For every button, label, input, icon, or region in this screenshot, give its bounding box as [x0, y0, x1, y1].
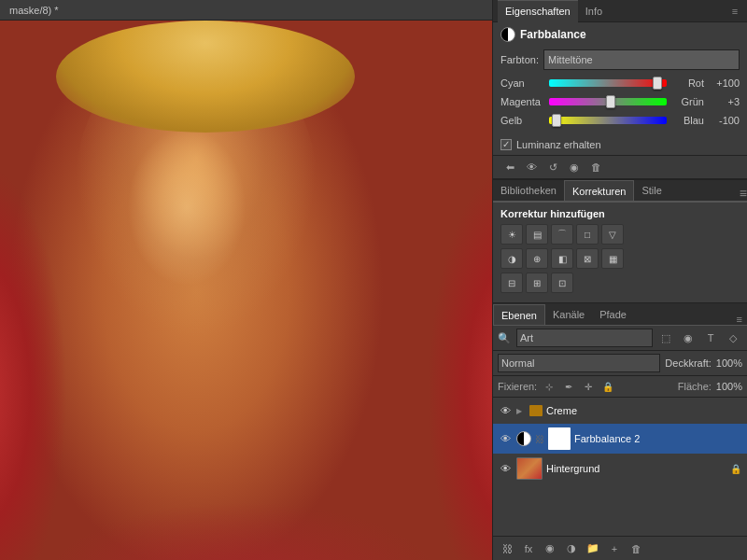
korrektur-icons-row-3: ⊟ ⊞ ⊡ — [500, 273, 740, 293]
korrektur-icons-row-1: ☀ ▤ ⌒ □ ▽ — [500, 224, 740, 245]
canvas-tab[interactable]: maske/8) * — [0, 0, 492, 21]
panel-menu-icon[interactable]: ≡ — [727, 4, 742, 19]
art-icon: 🔍 — [498, 332, 511, 344]
korrektur-btn-curves[interactable]: ⌒ — [551, 224, 573, 245]
blend-mode-select[interactable]: Normal — [498, 354, 660, 372]
new-group-icon[interactable]: ⬚ — [656, 329, 675, 346]
magenta-value: +3 — [704, 96, 740, 107]
korrekturen-section: Korrektur hinzufügen ☀ ▤ ⌒ □ ▽ ◑ ⊕ ◧ ⊠ ▦… — [493, 203, 747, 303]
layer-list: 👁 ▶ Creme 👁 ⛓ Farbbalance 2 👁 — [493, 398, 747, 536]
blau-label: Blau — [670, 115, 704, 126]
korrektur-btn-colorbalance[interactable]: ⊕ — [526, 248, 548, 269]
layer-lock-hintergrund: 🔒 — [729, 462, 742, 475]
gelb-label: Gelb — [500, 115, 545, 126]
ebenen-section: Ebenen Kanäle Pfade ≡ 🔍 Art ⬚ ◉ T ◇ — [493, 303, 747, 560]
fixieren-label: Fixieren: — [498, 381, 537, 392]
fixieren-position-icon[interactable]: ⊹ — [542, 379, 557, 394]
gelb-blau-thumb[interactable] — [552, 114, 561, 127]
korrekturen-panel-menu-icon[interactable]: ≡ — [740, 186, 747, 201]
properties-icon-toolbar: ⬅ 👁 ↺ ◉ 🗑 — [493, 155, 747, 179]
art-select[interactable]: Art — [516, 329, 653, 347]
magenta-gruen-row: Magenta Grün +3 — [500, 95, 740, 108]
fixieren-brush-icon[interactable]: ✒ — [561, 379, 576, 394]
add-mask-bottom-icon[interactable]: ◉ — [541, 540, 559, 557]
farbton-row: Farbton: Mitteltöne Schatten Lichter — [493, 47, 747, 73]
layer-name-hintergrund: Hintergrund — [546, 463, 726, 474]
korrektur-title: Korrektur hinzufügen — [500, 208, 740, 219]
ebenen-panel-menu-icon[interactable]: ≡ — [732, 314, 747, 325]
delete-icon[interactable]: 🗑 — [586, 159, 605, 175]
fixieren-lock-icon[interactable]: 🔒 — [600, 379, 615, 394]
fixieren-move-icon[interactable]: ✛ — [581, 379, 596, 394]
reset-icon[interactable]: ↺ — [543, 159, 562, 175]
magenta-label: Magenta — [500, 96, 545, 107]
layer-eye-hintergrund[interactable]: 👁 — [498, 461, 513, 476]
tab-stile[interactable]: Stile — [634, 180, 669, 201]
layer-chain-farbbalance2[interactable]: ⛓ — [535, 431, 544, 446]
shape-tool-icon[interactable]: ◇ — [724, 329, 742, 346]
flache-label: Fläche: — [678, 381, 712, 392]
layer-eye-creme[interactable]: 👁 — [498, 403, 513, 418]
magenta-gruen-slider[interactable] — [549, 95, 667, 108]
flache-value: 100% — [716, 381, 742, 392]
previous-state-icon[interactable]: ⬅ — [500, 159, 519, 175]
add-mask-icon[interactable]: ◉ — [679, 329, 698, 346]
gruen-label: Grün — [670, 96, 704, 107]
layer-name-farbbalance2: Farbbalance 2 — [574, 433, 742, 444]
text-tool-icon[interactable]: T — [701, 329, 720, 346]
layer-eye-farbbalance2[interactable]: 👁 — [498, 431, 513, 446]
farbton-select[interactable]: Mitteltöne Schatten Lichter — [543, 49, 740, 70]
color-balance-title: Farbbalance — [520, 28, 586, 41]
properties-tab-eigenschaften[interactable]: Eigenschaften — [498, 0, 578, 22]
layer-item-farbbalance2[interactable]: 👁 ⛓ Farbbalance 2 — [493, 424, 747, 454]
korrektur-btn-bw[interactable]: ◧ — [551, 248, 573, 269]
korrektur-btn-brightness[interactable]: ☀ — [500, 224, 523, 245]
properties-tab-info[interactable]: Info — [578, 0, 610, 22]
farbton-label: Farbton: — [500, 54, 539, 65]
folder-icon-creme — [529, 405, 543, 416]
tab-kanaele[interactable]: Kanäle — [545, 304, 592, 325]
visibility-icon[interactable]: ◉ — [565, 159, 584, 175]
ebenen-tabs: Ebenen Kanäle Pfade ≡ — [493, 303, 747, 326]
color-balance-icon — [500, 27, 515, 42]
korrektur-btn-gradient[interactable]: ▦ — [601, 248, 624, 269]
korrektur-btn-levels[interactable]: ▤ — [526, 224, 548, 245]
cyan-rot-slider[interactable] — [549, 77, 667, 90]
canvas-image — [0, 21, 492, 560]
layer-name-creme: Creme — [546, 405, 742, 416]
expand-arrow-creme[interactable]: ▶ — [516, 407, 526, 415]
cyan-label: Cyan — [500, 77, 545, 89]
korrektur-btn-posterize[interactable]: ⊞ — [526, 273, 548, 293]
layer-item-hintergrund[interactable]: 👁 Hintergrund 🔒 — [493, 454, 747, 483]
korrektur-btn-threshold[interactable]: ⊡ — [551, 273, 573, 293]
tab-korrekturen[interactable]: Korrekturen — [564, 180, 634, 201]
korrekturen-section-tabs: Bibliotheken Korrekturen Stile ≡ — [493, 180, 747, 203]
korrektur-btn-exposure[interactable]: □ — [576, 224, 599, 245]
ebenen-toolbar: 🔍 Art ⬚ ◉ T ◇ — [493, 326, 747, 351]
korrektur-btn-photo[interactable]: ⊠ — [576, 248, 599, 269]
add-style-icon[interactable]: fx — [519, 540, 538, 557]
tab-ebenen[interactable]: Ebenen — [493, 304, 545, 325]
tab-bibliotheken[interactable]: Bibliotheken — [493, 180, 564, 201]
gelb-blau-slider[interactable] — [549, 114, 667, 127]
magenta-gruen-thumb[interactable] — [606, 95, 615, 108]
hair — [56, 21, 355, 133]
add-adjustment-icon[interactable]: ◑ — [562, 540, 581, 557]
korrektur-btn-vibrance[interactable]: ▽ — [601, 224, 624, 245]
luminanz-checkbox[interactable] — [500, 139, 512, 150]
eye-icon[interactable]: 👁 — [522, 159, 541, 175]
luminanz-row: Luminanz erhalten — [493, 136, 747, 155]
add-group-icon[interactable]: 📁 — [584, 540, 602, 557]
layer-mask-farbbalance2 — [548, 427, 571, 450]
balance-icon-farbbalance2 — [516, 431, 531, 446]
delete-layer-icon[interactable]: 🗑 — [627, 540, 645, 557]
cyan-rot-thumb[interactable] — [653, 77, 662, 90]
tab-pfade[interactable]: Pfade — [592, 304, 634, 325]
korrektur-btn-hue[interactable]: ◑ — [500, 248, 523, 269]
gelb-blau-track — [549, 117, 667, 124]
add-layer-icon[interactable]: + — [605, 540, 624, 557]
korrektur-btn-invert[interactable]: ⊟ — [500, 273, 523, 293]
color-balance-header: Farbbalance — [493, 22, 747, 47]
layer-group-creme[interactable]: 👁 ▶ Creme — [493, 398, 747, 424]
link-layers-icon[interactable]: ⛓ — [498, 540, 516, 557]
